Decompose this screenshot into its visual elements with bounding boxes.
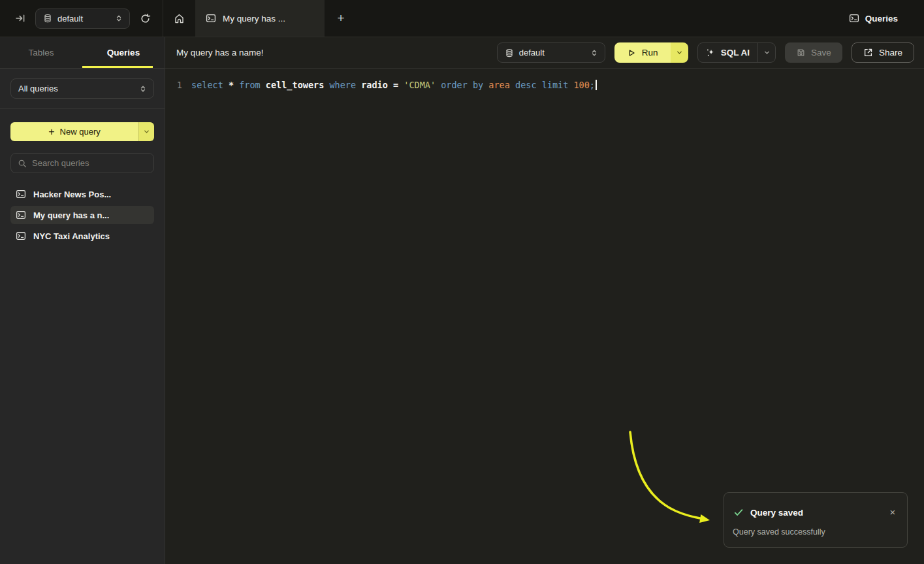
queries-link-label: Queries — [865, 14, 898, 24]
sidebar: Tables Queries All queries + New query — [0, 37, 165, 564]
toolbar-database-value: default — [519, 48, 585, 58]
check-icon — [733, 507, 744, 518]
share-button-label: Share — [879, 48, 902, 58]
saved-query-list: Hacker News Pos... My query has a n... — [10, 185, 154, 245]
search-icon — [18, 159, 27, 168]
database-icon — [505, 48, 514, 58]
chevron-down-icon — [143, 128, 150, 135]
query-list-item-selected[interactable]: My query has a n... — [10, 206, 154, 224]
play-icon — [627, 48, 636, 58]
sidebar-tab-tables[interactable]: Tables — [0, 37, 82, 68]
query-title: My query has a name! — [176, 48, 264, 58]
query-item-label: Hacker News Pos... — [33, 190, 111, 199]
query-terminal-icon — [16, 189, 26, 199]
save-button[interactable]: Save — [785, 42, 842, 63]
plus-icon: + — [48, 127, 54, 137]
query-filter-value: All queries — [18, 84, 134, 93]
sidebar-tab-queries[interactable]: Queries — [82, 37, 165, 68]
run-split-button: Run — [614, 42, 688, 63]
toast-close-button[interactable]: × — [886, 506, 899, 519]
chevron-down-icon — [676, 49, 683, 56]
query-terminal-icon — [16, 210, 26, 220]
sql-ai-button[interactable]: SQL AI — [698, 43, 757, 62]
sparkle-icon — [706, 48, 716, 58]
sidebar-tabs: Tables Queries — [0, 37, 165, 69]
toolbar-controls: default Run — [497, 42, 914, 63]
chevron-updown-icon — [139, 85, 147, 93]
refresh-button[interactable] — [136, 10, 153, 27]
home-icon — [174, 13, 185, 24]
topbar-database-selector[interactable]: default — [35, 8, 130, 29]
run-button-label: Run — [642, 48, 658, 58]
toast-query-saved: Query saved × Query saved successfully — [724, 492, 908, 548]
tabstrip: My query has ... + — [163, 0, 357, 37]
chevron-down-icon — [763, 49, 771, 56]
toast-message: Query saved successfully — [724, 519, 907, 537]
topbar-queries-link[interactable]: Queries — [849, 0, 924, 37]
search-queries-input[interactable] — [32, 158, 147, 168]
query-terminal-icon — [16, 231, 26, 241]
query-list-item[interactable]: NYC Taxi Analytics — [10, 227, 154, 245]
new-query-split-button: + New query — [10, 122, 154, 141]
sidebar-content: All queries + New query — [0, 69, 165, 245]
code-tokens: select * from cell_towers where radio = … — [191, 80, 595, 90]
share-button[interactable]: Share — [852, 42, 914, 63]
share-external-icon — [863, 48, 873, 58]
database-icon — [43, 14, 52, 23]
run-button[interactable]: Run — [614, 42, 671, 63]
add-tab-button[interactable]: + — [325, 0, 357, 37]
home-button[interactable] — [163, 0, 195, 37]
sql-ai-label: SQL AI — [721, 48, 750, 58]
save-floppy-icon — [796, 48, 806, 58]
queries-terminal-icon — [849, 13, 859, 24]
save-button-label: Save — [811, 48, 831, 58]
new-query-dropdown-button[interactable] — [138, 122, 154, 141]
sql-editor[interactable]: 1 select * from cell_towers where radio … — [165, 69, 924, 564]
sql-ai-dropdown-button[interactable] — [757, 43, 775, 62]
chevron-updown-icon — [115, 14, 123, 22]
toast-title: Query saved — [750, 508, 880, 518]
new-query-label: New query — [60, 127, 101, 137]
tab-my-query[interactable]: My query has ... — [195, 0, 325, 37]
text-cursor — [596, 80, 597, 90]
code-line-1: 1 select * from cell_towers where radio … — [176, 78, 924, 91]
sidebar-divider — [0, 108, 165, 109]
tab-label: My query has ... — [223, 14, 285, 24]
line-number: 1 — [176, 80, 182, 90]
search-queries-box — [10, 153, 154, 173]
run-options-button[interactable] — [671, 42, 688, 63]
topbar: default — [0, 0, 924, 37]
collapse-sidebar-button[interactable] — [12, 10, 29, 27]
query-terminal-icon — [206, 13, 216, 24]
main-panel: My query has a name! default — [165, 37, 924, 564]
query-item-label: My query has a n... — [33, 210, 109, 220]
sql-ai-split-button: SQL AI — [697, 42, 776, 63]
query-list-item[interactable]: Hacker News Pos... — [10, 185, 154, 203]
toast-header: Query saved × — [724, 493, 907, 519]
query-item-label: NYC Taxi Analytics — [33, 231, 110, 241]
topbar-left-section: default — [0, 0, 163, 37]
refresh-icon — [140, 13, 151, 24]
new-query-button[interactable]: + New query — [10, 122, 138, 141]
collapse-sidebar-icon — [15, 13, 25, 24]
toolbar-database-selector[interactable]: default — [497, 42, 605, 63]
query-toolbar: My query has a name! default — [165, 37, 924, 69]
chevron-updown-icon — [590, 49, 598, 57]
query-filter-select[interactable]: All queries — [10, 78, 154, 99]
topbar-database-value: default — [57, 14, 110, 24]
